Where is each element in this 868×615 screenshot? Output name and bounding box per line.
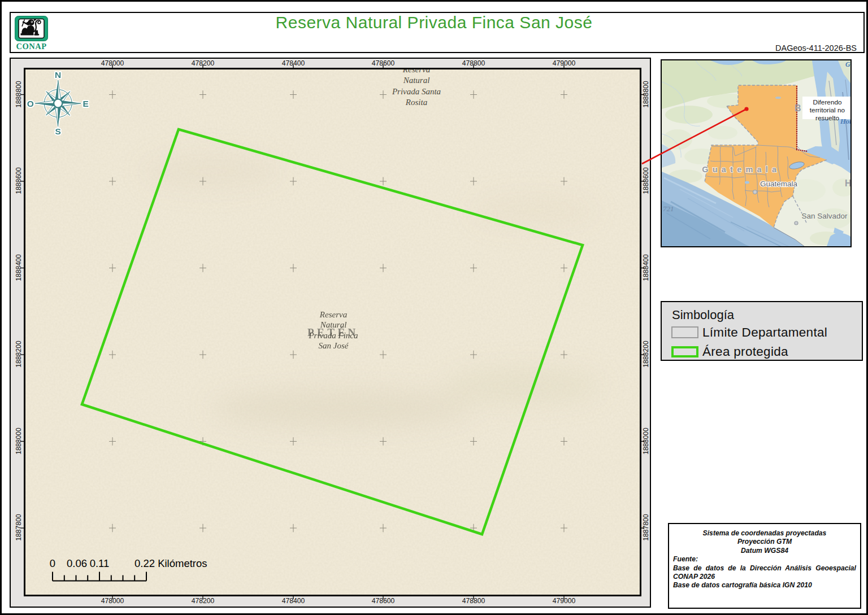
svg-text:O: O xyxy=(27,99,34,108)
svg-text:N: N xyxy=(55,70,61,80)
svg-text:E: E xyxy=(83,99,89,108)
svg-text:S: S xyxy=(55,127,61,136)
